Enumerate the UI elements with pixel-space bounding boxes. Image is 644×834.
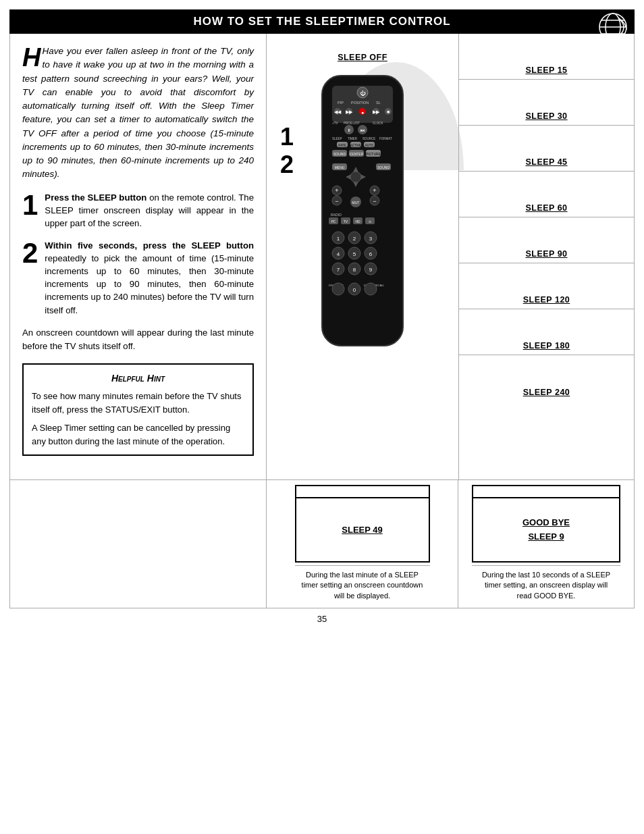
tv-screen-content: SLEEP 49 — [342, 498, 382, 561]
svg-text:⏻: ⏻ — [360, 90, 366, 97]
svg-text:ACTIVE: ACTIVE — [350, 144, 361, 147]
svg-text:MENU: MENU — [335, 165, 345, 170]
tv-screen-right-content: GOOD BYE SLEEP 9 — [522, 498, 570, 561]
bottom-center: SLEEP 49 During the last minute of a SLE… — [267, 480, 458, 608]
svg-text:●: ● — [361, 110, 364, 115]
bottom-right: GOOD BYE SLEEP 9 During the last 10 seco… — [458, 480, 634, 608]
svg-text:1: 1 — [337, 236, 340, 242]
svg-text:PROG.LIST: PROG.LIST — [344, 122, 360, 125]
bottom-left — [10, 480, 267, 608]
svg-text:0: 0 — [353, 287, 356, 293]
svg-text:PICTURE: PICTURE — [366, 152, 381, 156]
svg-text:+: + — [373, 187, 376, 194]
step-2-number: 2 — [22, 239, 38, 317]
intro-paragraph: H Have you ever fallen asleep in front o… — [22, 45, 254, 182]
tv-top-bar — [296, 486, 429, 498]
sleep-label-45: SLEEP 45 — [459, 126, 634, 172]
step-1-number: 1 — [22, 191, 38, 230]
hint-item-1: To see how many minutes remain before th… — [32, 390, 244, 416]
sleep-49-display: SLEEP 49 — [342, 525, 382, 535]
right-column: SLEEP OFF 1 2 — [267, 34, 634, 479]
intro-text: H Have you ever fallen asleep in front o… — [22, 45, 254, 182]
svg-text:+: + — [335, 187, 338, 194]
svg-text:CLOCK: CLOCK — [373, 122, 383, 125]
sleep-labels: SLEEP 15 SLEEP 30 SLEEP 45 SLEEP 60 SLEE… — [458, 34, 634, 479]
svg-text:AUTO: AUTO — [365, 144, 374, 147]
svg-point-54 — [350, 172, 361, 182]
svg-text:⏸: ⏸ — [347, 128, 351, 132]
svg-text:TIMER: TIMER — [348, 137, 358, 140]
step-2-text: Within five seconds, press the SLEEP but… — [45, 239, 254, 317]
svg-text:SOURCE: SOURCE — [363, 137, 375, 140]
step-1-bold: Press the SLEEP button — [45, 192, 146, 203]
svg-text:POSITION: POSITION — [351, 101, 369, 105]
svg-text:5: 5 — [353, 251, 356, 257]
sleep-label-240: SLEEP 240 — [459, 355, 634, 401]
hint-item-2: A Sleep Timer setting can be cancelled b… — [32, 421, 244, 448]
svg-point-100 — [365, 283, 377, 295]
helpful-hint-label: Helpful Hint — [111, 373, 165, 384]
remote-wrapper: 1 2 ⏻ — [308, 69, 417, 355]
sleep-9-display: SLEEP 9 — [528, 531, 564, 542]
svg-text:CENTER: CENTER — [350, 152, 364, 156]
svg-text:6: 6 — [369, 251, 373, 257]
svg-text:2: 2 — [353, 236, 356, 242]
main-content: H Have you ever fallen asleep in front o… — [9, 34, 635, 480]
svg-text:RADIO: RADIO — [331, 213, 342, 217]
countdown-note: An onscreen countdown will appear during… — [22, 326, 254, 353]
svg-text:SL: SL — [376, 101, 381, 105]
svg-text:TV: TV — [344, 219, 348, 224]
tv-screen-center: SLEEP 49 — [295, 485, 430, 563]
remote-control-svg: ⏻ PIP POSITION SL ◀◀ ▶▶ ● ▶▶ ■ — [308, 69, 417, 353]
svg-point-95 — [332, 283, 344, 295]
overlay-2: 2 — [280, 151, 294, 178]
svg-text:+TV: +TV — [332, 122, 338, 125]
sleep-label-30: SLEEP 30 — [459, 80, 634, 126]
svg-text:7: 7 — [337, 267, 340, 273]
left-column: H Have you ever fallen asleep in front o… — [10, 34, 267, 479]
sleep-label-15: SLEEP 15 — [459, 34, 634, 80]
svg-text:⊙: ⊙ — [369, 219, 371, 224]
helpful-hint-box: Helpful Hint To see how many minutes rem… — [22, 363, 254, 456]
page-number: 35 — [0, 608, 644, 629]
svg-text:▶▶: ▶▶ — [346, 109, 353, 114]
step-overlay: 1 2 — [280, 123, 294, 179]
svg-text:SOUND: SOUND — [377, 165, 390, 170]
step-1-text: Press the SLEEP button on the remote con… — [45, 191, 254, 230]
header-title: How to Set the Sleeptimer Control — [193, 15, 450, 28]
svg-text:SOUND: SOUND — [333, 152, 346, 156]
svg-text:▶▶: ▶▶ — [373, 109, 380, 114]
sleep-label-120: SLEEP 120 — [459, 263, 634, 309]
svg-text:9: 9 — [369, 267, 373, 273]
tv-top-bar-right — [473, 486, 619, 498]
intro-content: Have you ever fallen asleep in front of … — [22, 46, 254, 179]
svg-text:−: − — [335, 198, 338, 205]
svg-text:RATE: RATE — [338, 144, 346, 147]
svg-text:4: 4 — [337, 251, 340, 257]
step-2-bold: Within five seconds, press the SLEEP but… — [45, 240, 254, 251]
svg-text:−: − — [373, 198, 376, 205]
good-bye-display: GOOD BYE — [522, 517, 570, 527]
step-2: 2 Within five seconds, press the SLEEP b… — [22, 239, 254, 317]
svg-text:8: 8 — [353, 267, 356, 273]
svg-text:◀◀: ◀◀ — [334, 109, 342, 114]
svg-text:SLEEP: SLEEP — [332, 137, 342, 140]
overlay-1: 1 — [280, 123, 294, 151]
svg-text:⏮: ⏮ — [360, 128, 365, 132]
tv-screen-right: GOOD BYE SLEEP 9 — [472, 485, 620, 563]
step-1: 1 Press the SLEEP button on the remote c… — [22, 191, 254, 230]
sleep-label-60: SLEEP 60 — [459, 172, 634, 217]
svg-text:3: 3 — [369, 236, 373, 242]
svg-text:PC: PC — [331, 219, 336, 224]
sleep-label-180: SLEEP 180 — [459, 309, 634, 355]
drop-cap: H — [22, 47, 41, 68]
bottom-right-note: During the last 10 seconds of a SLEEP ti… — [472, 565, 620, 601]
svg-text:■: ■ — [387, 109, 390, 114]
helpful-hint-title: Helpful Hint — [32, 371, 244, 386]
sleep-label-90: SLEEP 90 — [459, 217, 634, 263]
bottom-section: SLEEP 49 During the last minute of a SLE… — [9, 480, 635, 608]
remote-area: SLEEP OFF 1 2 — [267, 34, 458, 479]
page-header: How to Set the Sleeptimer Control — [9, 9, 635, 34]
svg-text:HD: HD — [355, 219, 360, 224]
svg-text:PIP: PIP — [338, 101, 344, 105]
